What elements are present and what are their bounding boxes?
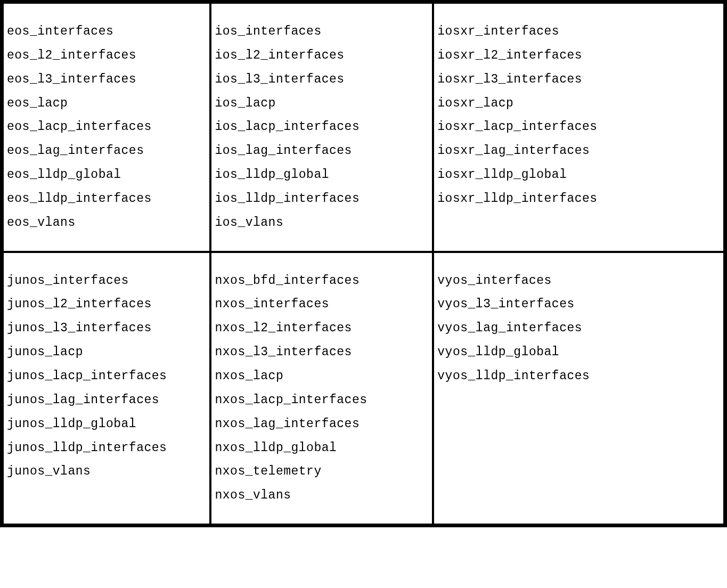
list-item: ios_lldp_global	[215, 163, 432, 187]
list-item: eos_lldp_global	[7, 163, 209, 187]
list-item: junos_lldp_interfaces	[7, 436, 209, 460]
list-item: eos_lacp	[7, 92, 209, 116]
list-item: iosxr_interfaces	[437, 20, 723, 44]
cell-nxos: nxos_bfd_interfaces nxos_interfaces nxos…	[210, 252, 433, 525]
list-item: nxos_lag_interfaces	[215, 412, 432, 436]
list-item: iosxr_lacp	[437, 92, 723, 116]
cell-ios: ios_interfaces ios_l2_interfaces ios_l3_…	[210, 3, 433, 252]
list-item: junos_l3_interfaces	[7, 316, 209, 340]
list-item: eos_l2_interfaces	[7, 44, 209, 68]
list-item: iosxr_lldp_global	[437, 163, 723, 187]
list-item: eos_interfaces	[7, 20, 209, 44]
list-item: nxos_bfd_interfaces	[215, 269, 432, 293]
list-item: eos_l3_interfaces	[7, 68, 209, 92]
list-item: ios_interfaces	[215, 20, 432, 44]
list-item: nxos_interfaces	[215, 292, 432, 316]
cell-eos: eos_interfaces eos_l2_interfaces eos_l3_…	[3, 3, 210, 252]
list-item: nxos_l3_interfaces	[215, 340, 432, 364]
list-item: iosxr_l2_interfaces	[437, 44, 723, 68]
list-item: iosxr_lag_interfaces	[437, 139, 723, 163]
cell-iosxr: iosxr_interfaces iosxr_l2_interfaces ios…	[433, 3, 724, 252]
list-item: iosxr_lacp_interfaces	[437, 115, 723, 139]
list-item: nxos_l2_interfaces	[215, 316, 432, 340]
list-item: eos_lacp_interfaces	[7, 115, 209, 139]
list-item: ios_l3_interfaces	[215, 68, 432, 92]
cell-junos: junos_interfaces junos_l2_interfaces jun…	[3, 252, 210, 525]
list-item: iosxr_l3_interfaces	[437, 68, 723, 92]
list-item: eos_lldp_interfaces	[7, 187, 209, 211]
list-item: vyos_lldp_interfaces	[437, 364, 723, 388]
list-item: junos_lacp	[7, 340, 209, 364]
list-item: junos_interfaces	[7, 269, 209, 293]
list-item: vyos_lag_interfaces	[437, 316, 723, 340]
module-grid: eos_interfaces eos_l2_interfaces eos_l3_…	[0, 0, 727, 527]
list-item: eos_vlans	[7, 211, 209, 235]
list-item: junos_lag_interfaces	[7, 388, 209, 412]
list-item: nxos_vlans	[215, 484, 432, 508]
list-item: junos_l2_interfaces	[7, 292, 209, 316]
list-item: nxos_lacp_interfaces	[215, 388, 432, 412]
list-item: junos_vlans	[7, 460, 209, 484]
cell-vyos: vyos_interfaces vyos_l3_interfaces vyos_…	[433, 252, 724, 525]
list-item: nxos_lldp_global	[215, 436, 432, 460]
list-item: junos_lldp_global	[7, 412, 209, 436]
list-item: vyos_l3_interfaces	[437, 292, 723, 316]
list-item: ios_vlans	[215, 211, 432, 235]
list-item: ios_lacp_interfaces	[215, 115, 432, 139]
list-item: ios_lacp	[215, 92, 432, 116]
list-item: vyos_lldp_global	[437, 340, 723, 364]
list-item: ios_l2_interfaces	[215, 44, 432, 68]
list-item: junos_lacp_interfaces	[7, 364, 209, 388]
list-item: nxos_lacp	[215, 364, 432, 388]
list-item: ios_lldp_interfaces	[215, 187, 432, 211]
list-item: vyos_interfaces	[437, 269, 723, 293]
list-item: nxos_telemetry	[215, 460, 432, 484]
list-item: eos_lag_interfaces	[7, 139, 209, 163]
list-item: iosxr_lldp_interfaces	[437, 187, 723, 211]
list-item: ios_lag_interfaces	[215, 139, 432, 163]
